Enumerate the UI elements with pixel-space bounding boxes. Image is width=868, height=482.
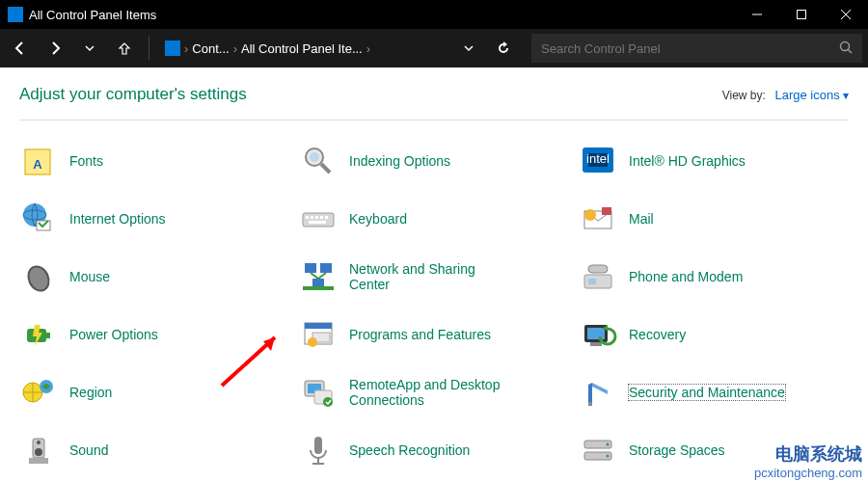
back-button[interactable]: [6, 34, 35, 63]
security-icon: [579, 373, 617, 412]
search-icon[interactable]: [839, 40, 853, 57]
svg-rect-55: [588, 402, 592, 406]
svg-line-33: [318, 273, 326, 279]
search-box[interactable]: [531, 34, 862, 63]
svg-point-65: [607, 443, 610, 446]
viewby-label: View by:: [722, 89, 766, 102]
breadcrumb-crumb2[interactable]: All Control Panel Ite...: [241, 41, 363, 56]
minimize-button[interactable]: [735, 0, 779, 29]
item-speech[interactable]: Speech Recognition: [299, 431, 569, 469]
speech-icon: [299, 431, 338, 469]
internet-icon: [19, 200, 58, 238]
recovery-icon: [579, 315, 617, 354]
item-label: RemoteApp and Desktop Connections: [349, 377, 513, 408]
svg-rect-26: [602, 207, 611, 215]
item-recovery[interactable]: Recovery: [579, 315, 849, 354]
app-icon: [8, 7, 23, 22]
breadcrumb-crumb1[interactable]: Cont...: [192, 41, 229, 56]
svg-rect-30: [320, 263, 332, 273]
storage-icon: [579, 431, 617, 469]
item-label: Speech Recognition: [349, 442, 470, 458]
svg-rect-18: [306, 216, 309, 219]
power-icon: [19, 315, 58, 354]
refresh-button[interactable]: [489, 34, 518, 63]
intel-icon: intel: [579, 142, 617, 180]
content-area: Adjust your computer's settings View by:…: [0, 67, 868, 482]
svg-rect-34: [303, 286, 334, 290]
svg-line-32: [311, 273, 318, 279]
watermark: 电脑系统城 pcxitongcheng.com: [754, 442, 862, 480]
recent-dropdown[interactable]: [75, 34, 104, 63]
item-intel[interactable]: intel Intel® HD Graphics: [579, 142, 849, 180]
divider: [19, 120, 849, 120]
item-remoteapp[interactable]: RemoteApp and Desktop Connections: [299, 373, 569, 412]
item-power[interactable]: Power Options: [19, 315, 289, 354]
item-security[interactable]: Security and Maintenance: [579, 373, 849, 412]
svg-point-43: [308, 337, 317, 347]
svg-rect-46: [590, 342, 602, 346]
item-mouse[interactable]: Mouse: [19, 257, 289, 296]
svg-rect-45: [587, 328, 605, 339]
item-label: Mouse: [69, 269, 110, 284]
item-label: Region: [69, 385, 112, 400]
region-icon: [19, 373, 58, 412]
item-region[interactable]: Region: [19, 373, 289, 412]
address-dropdown[interactable]: [454, 34, 483, 63]
chevron-right-icon: ›: [233, 41, 237, 56]
chevron-right-icon: ›: [184, 41, 188, 56]
item-fonts[interactable]: A Fonts: [19, 142, 289, 180]
address-bar[interactable]: › Cont... › All Control Panel Ite... ›: [159, 34, 448, 63]
item-phone[interactable]: Phone and Modem: [579, 257, 849, 296]
phone-icon: [579, 257, 617, 296]
svg-point-28: [26, 264, 51, 292]
network-icon: [299, 257, 338, 296]
forward-button[interactable]: [41, 34, 69, 63]
programs-icon: [299, 315, 338, 354]
indexing-icon: [299, 142, 338, 180]
item-label: Recovery: [629, 327, 686, 342]
item-label: Security and Maintenance: [629, 385, 785, 400]
svg-rect-20: [315, 216, 318, 219]
item-label: Phone and Modem: [629, 269, 743, 284]
item-label: Keyboard: [349, 211, 407, 227]
item-label: Sound: [69, 442, 108, 458]
svg-point-4: [841, 41, 850, 50]
item-label: Storage Spaces: [629, 442, 725, 458]
mouse-icon: [19, 257, 58, 296]
item-label: Intel® HD Graphics: [629, 153, 746, 169]
svg-point-66: [607, 455, 610, 458]
item-label: Internet Options: [69, 211, 166, 227]
fonts-icon: A: [19, 142, 58, 180]
item-programs[interactable]: Programs and Features: [299, 315, 569, 354]
svg-text:intel: intel: [586, 151, 610, 166]
item-mail[interactable]: Mail: [579, 200, 849, 238]
close-button[interactable]: [824, 0, 868, 29]
item-keyboard[interactable]: Keyboard: [299, 200, 569, 238]
item-indexing[interactable]: Indexing Options: [299, 142, 569, 180]
svg-line-5: [849, 49, 853, 53]
item-network[interactable]: Network and Sharing Center: [299, 257, 569, 296]
titlebar: All Control Panel Items: [0, 0, 868, 29]
svg-point-57: [35, 448, 42, 456]
controlpanel-icon: [165, 40, 180, 56]
item-label: Indexing Options: [349, 153, 450, 169]
svg-point-25: [584, 209, 596, 221]
svg-rect-19: [311, 216, 313, 219]
svg-rect-29: [305, 263, 316, 273]
svg-rect-22: [325, 216, 328, 219]
item-label: Fonts: [69, 153, 103, 169]
viewby-dropdown[interactable]: Large icons ▾: [774, 89, 849, 102]
svg-rect-21: [320, 216, 323, 219]
navbar: › Cont... › All Control Panel Ite... ›: [0, 29, 868, 67]
item-sound[interactable]: Sound: [19, 431, 289, 469]
sound-icon: [19, 431, 58, 469]
search-input[interactable]: [541, 41, 839, 56]
chevron-right-icon: ›: [366, 41, 370, 56]
up-button[interactable]: [110, 34, 139, 63]
svg-rect-37: [588, 279, 596, 284]
item-internet[interactable]: Internet Options: [19, 200, 289, 238]
item-label: Network and Sharing Center: [349, 261, 513, 292]
window-title: All Control Panel Items: [29, 8, 156, 22]
svg-rect-23: [309, 221, 326, 224]
maximize-button[interactable]: [779, 0, 824, 29]
